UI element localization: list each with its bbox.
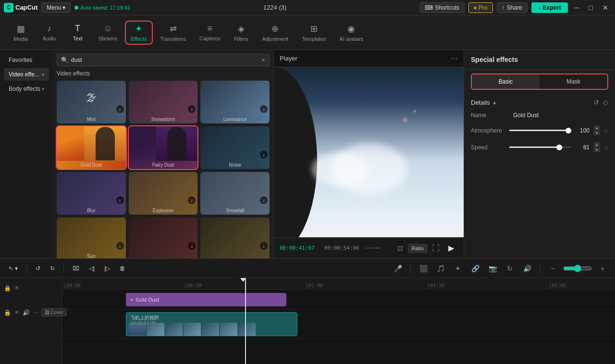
split-button[interactable]: ⌧ [70,263,82,274]
download-icon-sun[interactable]: ↓ [116,242,124,250]
toolbar-adjustment[interactable]: ⊕ Adjustment [256,21,294,45]
ratio-button[interactable]: Ratio [408,244,427,253]
tab-mask[interactable]: Mask [540,74,607,89]
effect-track-eye-icon[interactable]: 👁 [14,285,20,291]
atmosphere-down[interactable]: ▼ [593,131,600,135]
atmosphere-slider[interactable] [509,130,571,131]
volume-icon[interactable]: 🔊 [520,262,534,275]
download-icon-mist[interactable]: ↓ [116,105,124,113]
reset-icon[interactable]: ↺ [593,98,599,106]
minimize-button[interactable]: ─ [572,3,582,12]
select-tool-button[interactable]: ↖ ▾ [6,263,21,274]
search-input[interactable] [71,57,258,63]
speed-down[interactable]: ▼ [593,147,600,152]
link-icon[interactable]: 🔗 [468,262,482,275]
speed-stepper[interactable]: ▲ ▼ [593,142,600,152]
video-track-icon[interactable]: ⬛ [417,262,430,275]
effect-card-mist[interactable]: 🌫 ↓ Mist [57,81,126,123]
effect-card-row3b[interactable]: ↓ [200,218,270,258]
app-logo: C CapCut [4,3,37,12]
effect-card-snowstorm[interactable]: ↓ Snowstorm [129,81,198,123]
split-prev-button[interactable]: ◁| [86,263,98,274]
atmosphere-reset-icon[interactable]: ◇ [604,127,608,134]
effect-track-lock-icon[interactable]: 🔒 [4,285,11,291]
mic-button[interactable]: 🎤 [391,262,405,275]
effects-track-icon[interactable]: ✦ [451,262,465,275]
atmosphere-label: Atmosphere [471,127,509,134]
audio-track-icon[interactable]: 🎵 [434,262,447,275]
toolbar-captions[interactable]: ≡ Captions [194,21,226,44]
atmosphere-up[interactable]: ▲ [593,125,600,130]
delete-button[interactable]: 🗑 [117,263,128,274]
video-track-eye-icon[interactable]: 👁 [14,309,20,316]
menu-button[interactable]: Menu ▾ [41,2,71,13]
effect-card-row3a[interactable]: ↓ [129,218,198,258]
share-icon: ↑ [502,4,505,11]
atmosphere-stepper[interactable]: ▲ ▼ [593,125,600,135]
search-clear-button[interactable]: × [261,56,265,64]
speed-thumb[interactable] [556,145,562,150]
maximize-button[interactable]: □ [586,3,596,12]
toolbar-templates[interactable]: ⊞ Templates [296,21,332,45]
toolbar-filters[interactable]: ◈ Filters [228,21,254,45]
toolbar-media[interactable]: ▦ Media [8,21,34,45]
undo-button[interactable]: ↺ [33,263,43,274]
menu-chevron: ▾ [62,4,65,11]
zoom-in-icon[interactable]: + [596,262,609,275]
video-clip[interactable]: 飞机上的视野 00:00:54:06 [126,312,297,336]
split-next-button[interactable]: |▷ [101,263,113,274]
shortcuts-button[interactable]: ⌨ Shortcuts [419,2,465,13]
effect-card-blur[interactable]: ↓ Blur [57,172,126,215]
toolbar-transitions[interactable]: ⇌ Transitions [155,21,192,45]
download-icon-row3b[interactable]: ↓ [260,242,268,250]
playhead[interactable] [245,278,246,364]
zoom-out-icon[interactable]: − [546,262,559,275]
crop-icon[interactable]: ⊡ [397,244,403,252]
toolbar-ai-avatars[interactable]: ◉ AI avatars [334,21,369,45]
search-bar: 🔍 × [57,54,270,66]
speed-reset-icon[interactable]: ◇ [604,144,608,151]
download-icon-snowfall[interactable]: ↓ [260,196,268,204]
share-button[interactable]: ↑ Share [497,2,528,13]
thumb-3 [165,323,183,336]
sidebar-item-body-effects[interactable]: Body effects ▾ [4,83,49,95]
toolbar-audio[interactable]: ♪ Audio [36,21,62,44]
player-menu-icon[interactable]: ⋯ [450,54,458,63]
video-track-lock-icon[interactable]: 🔒 [4,309,11,316]
atmosphere-thumb[interactable] [566,128,571,133]
video-track-lane: 飞机上的视野 00:00:54:06 [62,310,615,339]
toolbar-effects[interactable]: ✦ Effects [125,21,152,45]
download-icon-blur[interactable]: ↓ [116,196,124,204]
toolbar-stickers[interactable]: ☺ Stickers [93,21,123,44]
redo-button[interactable]: ↻ [47,263,58,274]
download-icon-noise[interactable]: ↓ [260,151,268,158]
speed-up[interactable]: ▲ [593,142,600,147]
effect-card-noise[interactable]: ↓ Noise [200,126,270,169]
sidebar-item-favorites[interactable]: Favorites [4,54,49,66]
effect-card-snowfall[interactable]: ↓ Snowfall [200,172,270,215]
effect-card-gold-dust[interactable]: Gold Dust [57,126,126,169]
gold-dust-clip[interactable]: ✦ Gold Dust [126,293,286,306]
diamond-icon[interactable]: ◇ [603,98,608,106]
sidebar-item-video-effects[interactable]: Video effe... ▾ [4,68,49,81]
screenshot-icon[interactable]: 📷 [486,262,499,275]
loop-icon[interactable]: ↻ [503,262,517,275]
effect-card-explosion[interactable]: ↓ Explosion [129,172,198,215]
fullscreen-icon[interactable]: ⛶ [432,244,440,253]
effect-card-luminance[interactable]: ↓ Luminance [200,81,270,123]
pro-button[interactable]: ♦ Pro [468,2,493,13]
download-icon-luminance[interactable]: ↓ [260,105,268,113]
toolbar-text[interactable]: T Text [64,21,91,44]
speed-fill [509,146,559,148]
effect-card-fairy-dust[interactable]: Fairy Dust [129,126,198,169]
effect-card-sun[interactable]: ↓ Sun [57,218,126,258]
close-button[interactable]: ✕ [600,3,611,12]
speed-slider[interactable] [509,146,571,148]
play-button[interactable]: ▶ [444,242,458,255]
details-collapse-icon[interactable]: ▲ [492,99,497,105]
video-track-more-icon[interactable]: ⋯ [33,309,38,316]
video-track-audio-icon[interactable]: 🔊 [23,309,30,316]
export-button[interactable]: ↓ Export [531,2,568,13]
zoom-slider[interactable] [563,265,592,272]
tab-basic[interactable]: Basic [472,74,540,89]
